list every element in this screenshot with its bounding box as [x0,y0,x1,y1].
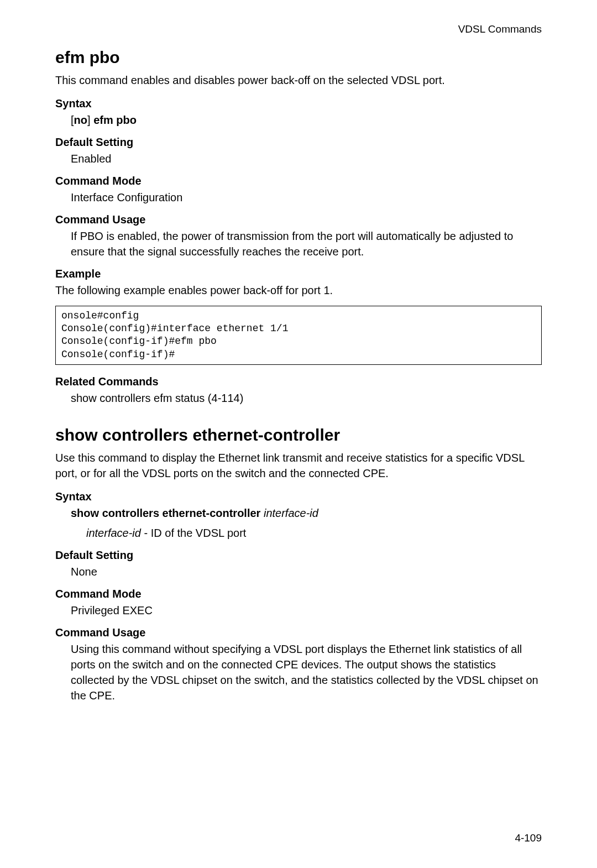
header-section-title: VDSL Commands [55,22,542,37]
syntax-line: show controllers ethernet-controller int… [71,505,542,521]
related-commands-label: Related Commands [55,374,542,389]
syntax-label: Syntax [55,96,542,111]
syntax-no-keyword: no [74,114,87,126]
argument-name: interface-id [86,527,141,539]
syntax-line: [no] efm pbo [71,112,542,128]
command-description: This command enables and disables power … [55,72,542,88]
command-mode-value: Interface Configuration [71,190,542,205]
command-usage-label: Command Usage [55,212,542,227]
command-usage-text: If PBO is enabled, the power of transmis… [71,228,542,259]
argument-separator: - [141,527,151,539]
default-setting-value: Enabled [71,151,542,166]
related-commands-value: show controllers efm status (4-114) [71,390,542,406]
syntax-bracket-close: ] [87,114,93,126]
default-setting-value: None [71,564,542,579]
command-usage-label: Command Usage [55,625,542,640]
command-mode-label: Command Mode [55,173,542,189]
example-label: Example [55,266,542,281]
default-setting-label: Default Setting [55,134,542,150]
argument-desc-text: ID of the VDSL port [151,527,247,539]
command-mode-value: Privileged EXEC [71,603,542,618]
default-setting-label: Default Setting [55,547,542,563]
syntax-command: efm pbo [93,114,137,126]
syntax-argument: interface-id [264,507,318,519]
command-description: Use this command to display the Ethernet… [55,450,542,481]
command-mode-label: Command Mode [55,586,542,602]
command-usage-text: Using this command without specifying a … [71,641,542,703]
code-example: onsole#config Console(config)#interface … [55,306,542,365]
example-intro: The following example enables power back… [55,283,542,298]
argument-description: interface-id - ID of the VDSL port [86,525,542,541]
page-number: 4-109 [515,831,542,846]
syntax-command: show controllers ethernet-controller [71,507,260,519]
command-title-efm-pbo: efm pbo [55,46,542,69]
command-title-show-controllers: show controllers ethernet-controller [55,423,542,447]
syntax-label: Syntax [55,489,542,504]
